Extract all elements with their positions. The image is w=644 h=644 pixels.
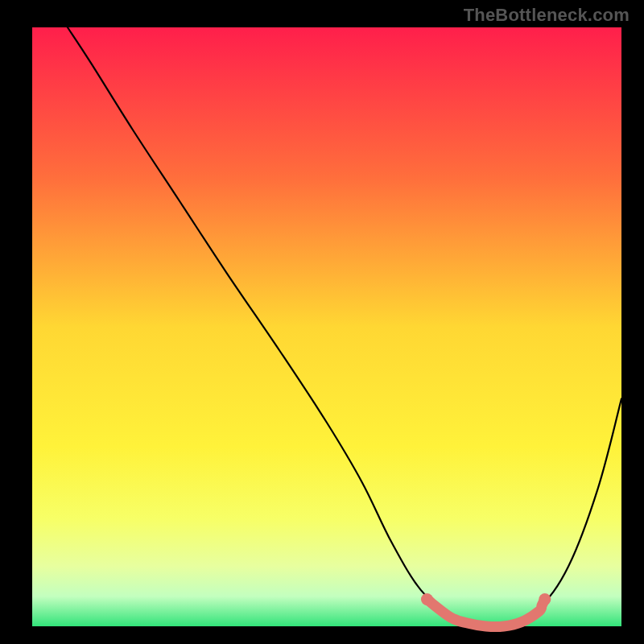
marker-dot	[539, 593, 551, 605]
plot-background	[32, 27, 621, 626]
watermark-text: TheBottleneck.com	[464, 5, 630, 26]
chart-frame: TheBottleneck.com	[0, 0, 644, 644]
chart-svg	[0, 0, 644, 644]
marker-dot	[421, 593, 433, 605]
